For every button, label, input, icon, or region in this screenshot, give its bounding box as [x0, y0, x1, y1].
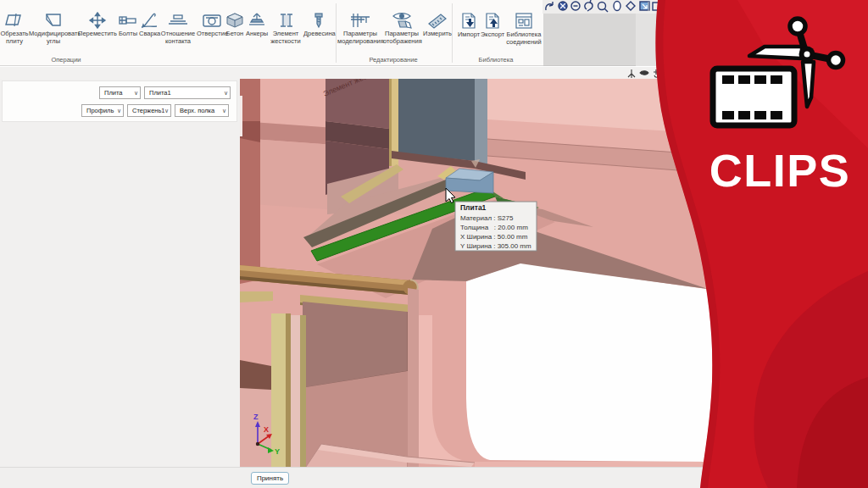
svg-text:Материал : S275: Материал : S275	[460, 214, 514, 222]
svg-text:X Ширина : 50.00 mm: X Ширина : 50.00 mm	[460, 233, 528, 241]
svg-text:Плита1: Плита1	[460, 203, 487, 212]
svg-text:Z: Z	[253, 413, 259, 421]
svg-text:Y Ширина : 305.00 mm: Y Ширина : 305.00 mm	[460, 242, 531, 250]
svg-text:Y: Y	[275, 447, 280, 456]
svg-text:X: X	[264, 425, 269, 434]
svg-text:Толщина : 20.00 mm: Толщина : 20.00 mm	[460, 224, 528, 231]
